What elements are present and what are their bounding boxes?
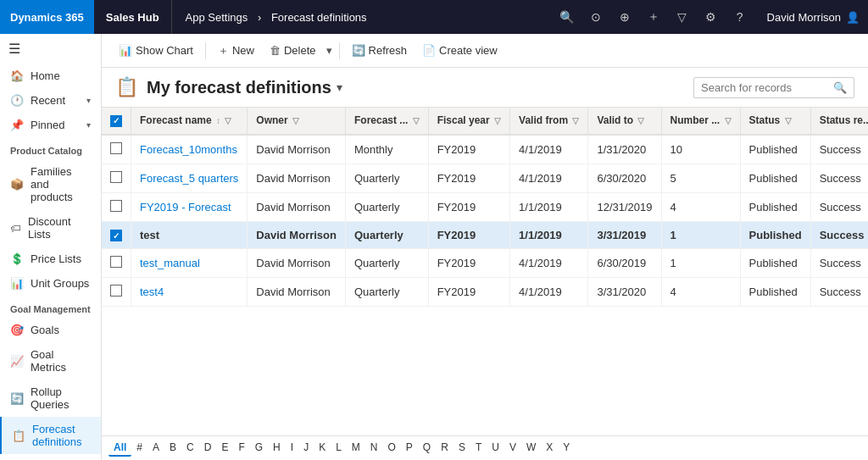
filter-icon[interactable]: ▽	[413, 116, 420, 125]
alpha-btn-h[interactable]: H	[268, 440, 286, 455]
alpha-btn-f[interactable]: F	[233, 440, 249, 455]
sidebar-item-units[interactable]: 📊 Unit Groups	[0, 271, 101, 296]
settings-icon[interactable]: ⚙	[699, 5, 723, 29]
row-checkbox[interactable]	[110, 142, 122, 154]
search-box[interactable]: 🔍	[693, 77, 854, 98]
alpha-btn-x[interactable]: X	[541, 440, 558, 455]
show-chart-button[interactable]: 📊 Show Chart	[112, 41, 200, 60]
alpha-btn-p[interactable]: P	[401, 440, 418, 455]
table-row[interactable]: test_manualDavid MorrisonQuarterlyFY2019…	[102, 249, 868, 278]
cell-forecast-name[interactable]: FY2019 - Forecast	[131, 192, 248, 221]
alpha-btn-r[interactable]: R	[436, 440, 453, 455]
row-checkbox[interactable]	[110, 171, 122, 183]
alpha-btn-i[interactable]: I	[286, 440, 298, 455]
col-forecast-name: Forecast name ↕ ▽	[131, 108, 248, 135]
sidebar-item-price[interactable]: 💲 Price Lists	[0, 247, 101, 271]
delete-button[interactable]: 🗑 Delete	[263, 41, 323, 60]
table-row[interactable]: test4David MorrisonQuarterlyFY20194/1/20…	[102, 278, 868, 307]
cell-forecast-name[interactable]: Forecast_5 quarters	[131, 163, 248, 192]
alpha-btn-u[interactable]: U	[487, 440, 504, 455]
filter-icon[interactable]: ▽	[494, 116, 501, 125]
cell-forecast-name[interactable]: Forecast_10months	[131, 135, 248, 164]
alpha-btn-n[interactable]: N	[365, 440, 383, 455]
globe-icon[interactable]: ⊙	[584, 5, 608, 29]
page-title: My forecast definitions	[147, 78, 331, 97]
cell-forecast-name[interactable]: test_manual	[131, 249, 248, 278]
chart-icon: 📊	[119, 44, 132, 57]
map-pin-icon[interactable]: ⊕	[613, 5, 637, 29]
row-checkbox-cell[interactable]	[102, 135, 131, 164]
brand-text: Dynamics 365	[10, 11, 84, 24]
row-checkbox-cell[interactable]	[102, 221, 131, 249]
table-row[interactable]: Forecast_5 quartersDavid MorrisonQuarter…	[102, 163, 868, 192]
refresh-button[interactable]: 🔄 Refresh	[345, 41, 415, 60]
row-checkbox[interactable]	[110, 285, 122, 297]
filter-icon[interactable]: ▽	[225, 116, 231, 125]
col-owner: Owner ▽	[248, 108, 346, 135]
cell-forecast-name[interactable]: test4	[131, 278, 248, 307]
filter-icon[interactable]: ▽	[572, 116, 579, 125]
sidebar-item-forecast[interactable]: 📋 Forecast definitions	[0, 417, 101, 454]
alphabet-buttons: All#ABCDEFGHIJKLMNOPQRSTUVWXY	[108, 440, 575, 457]
sidebar-item-goal-metrics[interactable]: 📈 Goal Metrics	[0, 342, 101, 380]
table-row[interactable]: Forecast_10monthsDavid MorrisonMonthlyFY…	[102, 135, 868, 164]
filter-icon[interactable]: ▽	[670, 5, 694, 29]
create-view-button[interactable]: 📄 Create view	[415, 41, 504, 60]
cell-status-reason: Success	[810, 135, 868, 164]
row-checkbox[interactable]	[110, 230, 122, 241]
table-row[interactable]: FY2019 - ForecastDavid MorrisonQuarterly…	[102, 192, 868, 221]
search-icon[interactable]: 🔍	[555, 5, 579, 29]
alpha-btn-c[interactable]: C	[181, 440, 199, 455]
units-icon: 📊	[10, 277, 24, 290]
user-menu[interactable]: David Morrison 👤	[759, 11, 868, 24]
alpha-btn-t[interactable]: T	[470, 440, 487, 455]
alpha-btn-all[interactable]: All	[108, 440, 131, 457]
title-dropdown-icon[interactable]: ▾	[337, 80, 342, 94]
sidebar-item-home[interactable]: 🏠 Home	[0, 64, 101, 88]
sidebar-item-pinned[interactable]: 📌 Pinned ▾	[0, 113, 101, 137]
row-checkbox-cell[interactable]	[102, 249, 131, 278]
new-button[interactable]: ＋ New	[211, 40, 261, 62]
select-all-checkbox[interactable]	[110, 115, 122, 127]
cell-fiscal-year: FY2019	[428, 163, 509, 192]
delete-dropdown-icon[interactable]: ▾	[325, 41, 334, 60]
alpha-btn-o[interactable]: O	[383, 440, 401, 455]
alpha-btn-g[interactable]: G	[250, 440, 268, 455]
row-checkbox[interactable]	[110, 200, 122, 212]
alpha-btn-q[interactable]: Q	[418, 440, 436, 455]
filter-icon[interactable]: ▽	[785, 116, 792, 125]
alpha-btn-y[interactable]: Y	[558, 440, 575, 455]
alpha-btn-v[interactable]: V	[504, 440, 521, 455]
brand[interactable]: Dynamics 365	[0, 0, 94, 34]
sidebar-item-discount[interactable]: 🏷 Discount Lists	[0, 209, 101, 247]
alpha-btn-w[interactable]: W	[521, 440, 541, 455]
alpha-btn-d[interactable]: D	[199, 440, 217, 455]
search-input[interactable]	[701, 81, 828, 94]
alpha-btn-b[interactable]: B	[164, 440, 181, 455]
help-icon[interactable]: ?	[728, 5, 752, 29]
filter-icon[interactable]: ▽	[292, 116, 299, 125]
alpha-btn-k[interactable]: K	[314, 440, 331, 455]
alpha-btn-m[interactable]: M	[347, 440, 365, 455]
row-checkbox-cell[interactable]	[102, 278, 131, 307]
sidebar-item-goals[interactable]: 🎯 Goals	[0, 318, 101, 342]
alpha-btn-#[interactable]: #	[131, 440, 147, 455]
select-all-header[interactable]	[102, 108, 131, 135]
alpha-btn-j[interactable]: J	[298, 440, 314, 455]
filter-icon[interactable]: ▽	[637, 116, 644, 125]
row-checkbox-cell[interactable]	[102, 192, 131, 221]
alpha-btn-s[interactable]: S	[453, 440, 470, 455]
hamburger-icon[interactable]: ☰	[0, 34, 101, 64]
alpha-btn-e[interactable]: E	[216, 440, 233, 455]
sidebar-item-recent[interactable]: 🕐 Recent ▾	[0, 88, 101, 113]
row-checkbox[interactable]	[110, 256, 122, 268]
sidebar-item-rollup[interactable]: 🔄 Rollup Queries	[0, 380, 101, 417]
row-checkbox-cell[interactable]	[102, 163, 131, 192]
plus-icon[interactable]: ＋	[642, 5, 665, 29]
alpha-btn-a[interactable]: A	[147, 440, 164, 455]
table-row[interactable]: testDavid MorrisonQuarterlyFY20191/1/201…	[102, 221, 868, 249]
alpha-btn-l[interactable]: L	[331, 440, 347, 455]
filter-icon[interactable]: ▽	[725, 116, 732, 125]
sort-icon[interactable]: ↕	[216, 116, 220, 125]
sidebar-item-families[interactable]: 📦 Families and products	[0, 159, 101, 209]
